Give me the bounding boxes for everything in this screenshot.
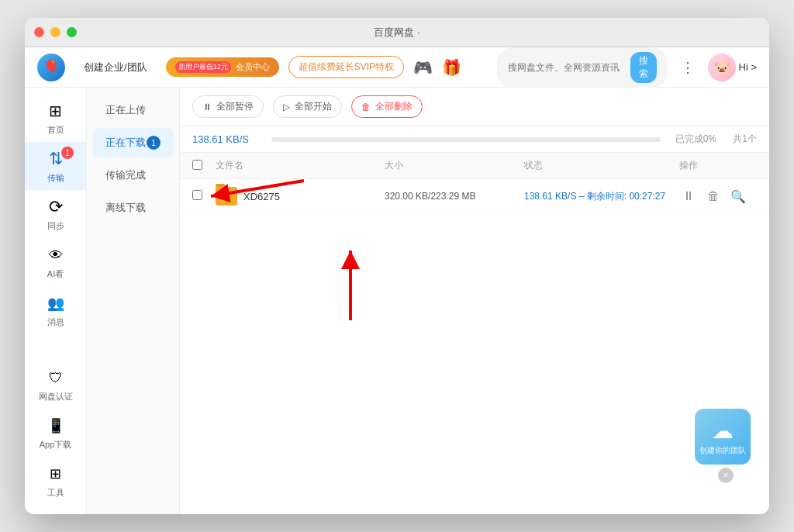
sidebar-item-transfer[interactable]: ⇅ 传输 1 bbox=[25, 142, 86, 190]
header-action: 操作 bbox=[679, 159, 757, 172]
delete-all-button[interactable]: 🗑 全部删除 bbox=[351, 95, 423, 118]
avatar-area[interactable]: 🐷 Hi > bbox=[708, 54, 757, 81]
pause-all-button[interactable]: ⏸ 全部暂停 bbox=[192, 95, 264, 118]
search-button[interactable]: 搜索 bbox=[630, 52, 657, 83]
delete-icon: 🗑 bbox=[361, 102, 371, 112]
search-file-button[interactable]: 🔍 bbox=[729, 187, 747, 206]
remove-button[interactable]: 🗑 bbox=[704, 187, 723, 206]
auth-icon: 🛡 bbox=[45, 367, 67, 389]
start-all-button[interactable]: ▷ 全部开始 bbox=[273, 95, 342, 118]
ai-icon: 👁 bbox=[45, 244, 67, 266]
float-cloud-button[interactable]: ☁ 创建你的团队 bbox=[695, 409, 751, 465]
app-icon: 📱 bbox=[45, 415, 67, 437]
sidebar-label-message: 消息 bbox=[47, 316, 64, 328]
transfer-badge: 1 bbox=[61, 147, 74, 159]
float-cloud-label: 创建你的团队 bbox=[699, 445, 746, 456]
sec-item-offline[interactable]: 离线下载 bbox=[93, 193, 173, 223]
search-bar: 搜索 bbox=[497, 47, 668, 88]
pause-icon: ⏸ bbox=[202, 102, 212, 112]
svip-button[interactable]: 超值续费延长SVIP特权 bbox=[288, 56, 404, 78]
pause-button[interactable]: ⏸ bbox=[679, 187, 698, 206]
titlebar: 百度网盘 · bbox=[25, 18, 769, 47]
progress-bar bbox=[271, 137, 661, 142]
folder-icon bbox=[216, 187, 237, 206]
sec-badge-downloading: 1 bbox=[147, 136, 161, 150]
file-name: XD6275 bbox=[243, 191, 280, 202]
sidebar-label-tools: 工具 bbox=[47, 487, 64, 499]
topbar: 🎈 创建企业/团队 新用户最低12元 会员中心 超值续费延长SVIP特权 🎮 🎁… bbox=[25, 47, 769, 88]
sec-item-uploading[interactable]: 正在上传 bbox=[93, 95, 173, 125]
game-icon: 🎮 bbox=[413, 58, 433, 77]
sidebar-label-ai: AI看 bbox=[47, 268, 64, 280]
start-icon: ▷ bbox=[283, 102, 290, 112]
pause-label: 全部暂停 bbox=[216, 100, 254, 113]
row-name-cell: XD6275 bbox=[216, 187, 385, 206]
header-size: 大小 bbox=[385, 159, 524, 172]
sidebar-bottom: 🛡 网盘认证 📱 App下载 ⊞ 工具 bbox=[39, 361, 73, 508]
more-button[interactable]: ⋮ bbox=[677, 57, 699, 78]
sidebar-item-tools[interactable]: ⊞ 工具 bbox=[39, 457, 73, 505]
sec-item-downloading[interactable]: 正在下载 1 bbox=[93, 128, 173, 157]
progress-count: 共1个 bbox=[726, 133, 757, 146]
main-content: ⏸ 全部暂停 ▷ 全部开始 🗑 全部删除 138.61 KB/S 已完成0 bbox=[180, 88, 769, 514]
toolbar: ⏸ 全部暂停 ▷ 全部开始 🗑 全部删除 bbox=[180, 88, 769, 126]
sec-label-downloading: 正在下载 bbox=[105, 136, 146, 150]
sidebar-label-sync: 同步 bbox=[47, 220, 64, 232]
sidebar-label-home: 首页 bbox=[47, 124, 64, 136]
logo-icon: 🎈 bbox=[37, 54, 65, 81]
row-size: 320.00 KB/223.29 MB bbox=[385, 191, 524, 202]
header-name: 文件名 bbox=[216, 159, 385, 172]
minimize-button[interactable] bbox=[50, 27, 60, 37]
message-icon: 👥 bbox=[45, 292, 67, 314]
row-checkbox[interactable] bbox=[192, 190, 202, 200]
tools-icon: ⊞ bbox=[45, 463, 67, 485]
delete-label: 全部删除 bbox=[375, 100, 413, 113]
table-row[interactable]: XD6275 320.00 KB/223.29 MB 138.61 KB/S –… bbox=[180, 179, 769, 214]
sidebar-item-message[interactable]: 👥 消息 bbox=[25, 286, 86, 334]
window-title: 百度网盘 · bbox=[374, 26, 419, 40]
home-icon: ⊞ bbox=[45, 100, 67, 122]
table-header: 文件名 大小 状态 操作 bbox=[180, 153, 769, 179]
row-status: 138.61 KB/S – 剩余时间: 00:27:27 bbox=[524, 190, 679, 203]
hi-label: Hi > bbox=[739, 61, 757, 73]
search-input[interactable] bbox=[508, 62, 624, 73]
close-button[interactable] bbox=[34, 27, 44, 37]
vip-button[interactable]: 新用户最低12元 会员中心 bbox=[166, 57, 279, 77]
float-widget: ☁ 创建你的团队 × bbox=[695, 409, 757, 483]
file-size-value: 320.00 KB/223.29 MB bbox=[385, 191, 475, 202]
progress-section: 138.61 KB/S 已完成0% 共1个 bbox=[180, 126, 769, 153]
maximize-button[interactable] bbox=[67, 27, 77, 37]
check-all[interactable] bbox=[192, 160, 202, 170]
window-controls bbox=[34, 27, 77, 37]
sidebar-label-appdownload: App下载 bbox=[40, 439, 72, 451]
sidebar-item-home[interactable]: ⊞ 首页 bbox=[25, 94, 86, 142]
row-actions: ⏸ 🗑 🔍 bbox=[679, 187, 757, 206]
action-buttons: ⏸ 🗑 🔍 bbox=[679, 187, 757, 206]
vip-tag: 新用户最低12元 bbox=[175, 61, 231, 73]
progress-percent: 已完成0% bbox=[670, 133, 716, 146]
avatar: 🐷 bbox=[708, 54, 736, 81]
sidebar-item-ai[interactable]: 👁 AI看 bbox=[25, 238, 86, 286]
progress-speed: 138.61 KB/S bbox=[192, 133, 262, 145]
secondary-sidebar: 正在上传 正在下载 1 传输完成 离线下载 bbox=[87, 88, 180, 514]
content-area: ⊞ 首页 ⇅ 传输 1 ⟳ 同步 👁 AI看 👥 消息 bbox=[25, 88, 769, 514]
file-status-value: 138.61 KB/S – 剩余时间: 00:27:27 bbox=[524, 191, 665, 202]
sidebar-item-sync[interactable]: ⟳ 同步 bbox=[25, 190, 86, 238]
sec-item-completed[interactable]: 传输完成 bbox=[93, 161, 173, 190]
sidebar-label-auth: 网盘认证 bbox=[39, 391, 73, 402]
gift-icon: 🎁 bbox=[442, 58, 461, 77]
vip-label: 会员中心 bbox=[236, 61, 270, 73]
start-label: 全部开始 bbox=[295, 100, 332, 113]
sidebar: ⊞ 首页 ⇅ 传输 1 ⟳ 同步 👁 AI看 👥 消息 bbox=[25, 88, 87, 514]
row-check bbox=[192, 190, 216, 202]
sidebar-label-transfer: 传输 bbox=[47, 172, 64, 184]
sidebar-item-appdownload[interactable]: 📱 App下载 bbox=[39, 409, 73, 457]
team-button[interactable]: 创建企业/团队 bbox=[74, 57, 157, 78]
header-status: 状态 bbox=[524, 159, 679, 172]
header-check bbox=[192, 160, 216, 172]
sync-icon: ⟳ bbox=[45, 196, 67, 218]
float-close-button[interactable]: × bbox=[718, 468, 734, 483]
sidebar-item-auth[interactable]: 🛡 网盘认证 bbox=[39, 361, 73, 409]
